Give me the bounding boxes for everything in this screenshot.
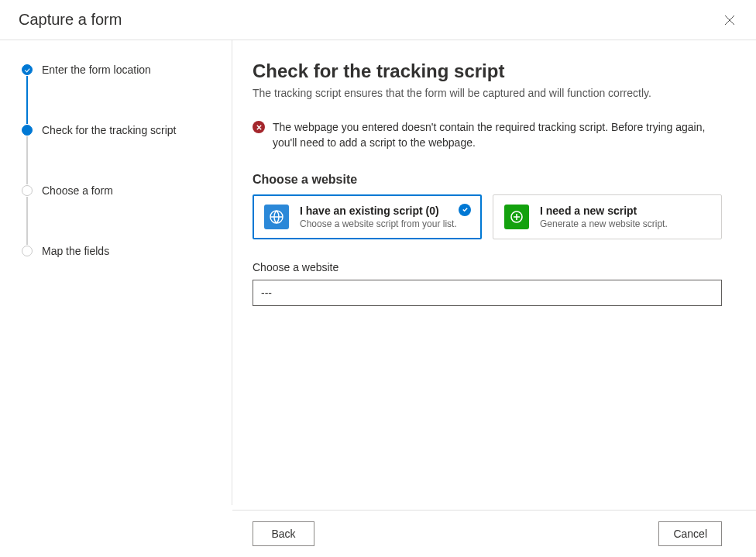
- step-label: Check for the tracking script: [42, 124, 177, 136]
- back-button[interactable]: Back: [253, 521, 314, 546]
- option-existing-script[interactable]: I have an existing script (0) Choose a w…: [253, 194, 482, 239]
- page-heading: Check for the tracking script: [253, 60, 722, 82]
- main-content: Check for the tracking script The tracki…: [232, 40, 756, 505]
- wizard-steps-sidebar: Enter the form location Check for the tr…: [0, 40, 232, 505]
- dialog-header: Capture a form: [0, 0, 756, 40]
- option-desc: Generate a new website script.: [540, 218, 668, 229]
- step-connector: [26, 197, 28, 245]
- step-label: Choose a form: [42, 184, 113, 197]
- error-text: The webpage you entered doesn't contain …: [273, 119, 714, 151]
- script-option-row: I have an existing script (0) Choose a w…: [253, 194, 722, 239]
- error-icon: [253, 121, 265, 133]
- dialog-body: Enter the form location Check for the tr…: [0, 40, 756, 505]
- dialog-footer: Back Cancel: [232, 510, 756, 557]
- step-marker-active-icon: [22, 125, 33, 136]
- cancel-button[interactable]: Cancel: [658, 521, 722, 546]
- step-enter-form-location[interactable]: Enter the form location: [22, 64, 216, 76]
- dialog-title: Capture a form: [19, 11, 122, 29]
- step-choose-form[interactable]: Choose a form: [22, 184, 216, 197]
- close-icon: [724, 15, 735, 26]
- step-label: Map the fields: [42, 245, 109, 257]
- step-marker-icon: [22, 185, 33, 196]
- close-button[interactable]: [722, 12, 737, 28]
- step-label: Enter the form location: [42, 64, 151, 76]
- globe-icon: [264, 205, 289, 229]
- selected-check-icon: [459, 204, 471, 216]
- website-select-label: Choose a website: [253, 261, 722, 273]
- add-circle-icon: [504, 205, 529, 229]
- option-title: I have an existing script (0): [300, 205, 457, 217]
- step-map-fields[interactable]: Map the fields: [22, 245, 216, 257]
- option-title: I need a new script: [540, 205, 668, 217]
- option-desc: Choose a website script from your list.: [300, 218, 457, 229]
- error-message-row: The webpage you entered doesn't contain …: [253, 119, 722, 151]
- step-connector: [26, 76, 28, 124]
- page-subtitle: The tracking script ensures that the for…: [253, 87, 722, 99]
- section-title-choose-website: Choose a website: [253, 173, 722, 187]
- step-marker-completed-icon: [22, 64, 33, 75]
- step-check-tracking-script[interactable]: Check for the tracking script: [22, 124, 216, 136]
- website-select-input[interactable]: [253, 280, 722, 306]
- option-new-script[interactable]: I need a new script Generate a new websi…: [493, 194, 722, 239]
- step-connector: [26, 136, 28, 184]
- step-marker-icon: [22, 246, 33, 256]
